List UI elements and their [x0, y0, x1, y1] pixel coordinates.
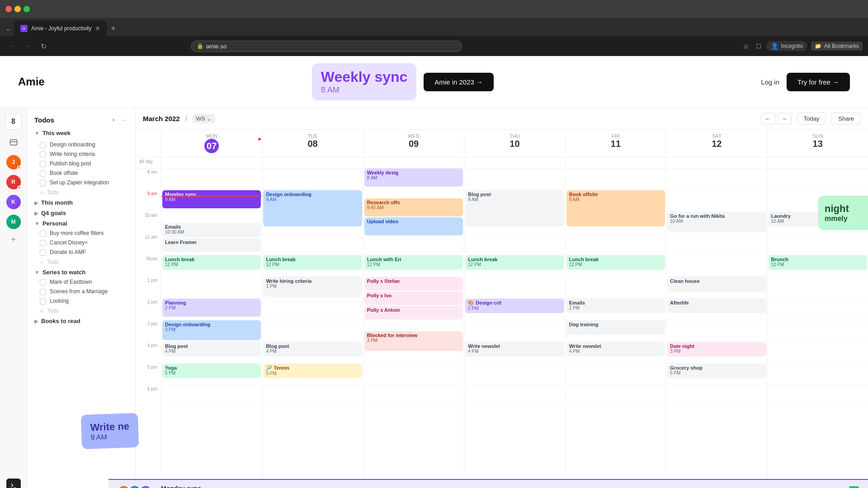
- event-wed-polly-stefan[interactable]: Polly x Stefan: [364, 277, 463, 291]
- event-sat-date-night[interactable]: Date night 3 PM: [667, 342, 766, 357]
- hour-line: [768, 299, 868, 320]
- event-tue-lunch[interactable]: Lunch break 12 PM: [263, 255, 362, 270]
- event-tue-write-hiring[interactable]: Write hiring criteria 1 PM: [263, 277, 362, 297]
- checkbox-publish-blog[interactable]: [40, 161, 46, 167]
- event-thu-lunch[interactable]: Lunch break 12 PM: [465, 255, 564, 270]
- checkbox-looking[interactable]: [40, 298, 46, 305]
- tab-scroll-btn[interactable]: ⌄: [5, 25, 14, 32]
- event-wed-upload-video[interactable]: Upload video: [364, 217, 463, 235]
- share-btn[interactable]: Share: [831, 113, 861, 125]
- section-header-books[interactable]: ▶ Books to read: [27, 316, 135, 326]
- event-fri-book-offsite[interactable]: Book offsite 9 AM: [566, 190, 665, 226]
- event-title: Grocery shop: [670, 365, 763, 371]
- event-sat-afterlife[interactable]: Afterlife: [667, 299, 766, 313]
- section-header-this-week[interactable]: ▼ This week: [27, 128, 135, 140]
- section-header-personal[interactable]: ▼ Personal: [27, 218, 135, 229]
- event-wed-research-offs[interactable]: Research offs 9:45 AM: [364, 198, 463, 216]
- back-btn[interactable]: ←: [5, 40, 18, 52]
- event-wed-polly-antoin[interactable]: Polly x Antoin: [364, 306, 463, 319]
- try-free-btn[interactable]: Try for free →: [787, 73, 850, 91]
- event-sat-run-nikita[interactable]: Go for a run with Nikita 10 AM: [667, 212, 766, 232]
- avatar-2[interactable]: R: [6, 175, 21, 189]
- event-mon-yoga[interactable]: Yoga 5 PM: [162, 364, 261, 378]
- event-mon-planning[interactable]: Planning 2 PM: [162, 299, 261, 317]
- extension-icon[interactable]: □: [755, 40, 763, 52]
- today-btn[interactable]: Today: [797, 113, 826, 125]
- event-mon-emails[interactable]: Emails 10:30 AM: [162, 223, 261, 237]
- close-window-btn[interactable]: [5, 6, 12, 12]
- checkbox-amf[interactable]: [40, 249, 46, 256]
- date-badge[interactable]: 8: [5, 113, 22, 130]
- maximize-window-btn[interactable]: [24, 6, 30, 12]
- tab-close-icon[interactable]: ✕: [95, 25, 100, 32]
- add-todo-personal[interactable]: + Todo: [27, 257, 135, 267]
- event-tue-design-onboarding[interactable]: Design onboarding 9 AM: [263, 190, 362, 226]
- incognito-btn[interactable]: 👤 Incognito: [766, 41, 808, 51]
- event-tue-blog-post[interactable]: Blog post 4 PM: [263, 342, 362, 357]
- event-sun-brunch[interactable]: Brunch 12 PM: [769, 255, 867, 270]
- minimize-window-btn[interactable]: [14, 6, 21, 12]
- checkbox-disney[interactable]: [40, 240, 46, 246]
- add-person-icon[interactable]: +: [11, 235, 16, 245]
- section-header-q4-goals[interactable]: ▶ Q4 goals: [27, 208, 135, 218]
- event-sat-grocery[interactable]: Grocery shop 5 PM: [667, 364, 766, 378]
- hour-line: [363, 385, 464, 407]
- event-mon-design-onboarding[interactable]: Design onboarding 3 PM: [162, 320, 261, 340]
- hour-line: [768, 277, 868, 299]
- inbox-icon[interactable]: [6, 135, 21, 150]
- event-mon-blog-post[interactable]: Blog post 4 PM: [162, 342, 261, 357]
- checkbox-coffee[interactable]: [40, 230, 46, 237]
- add-todo-header-btn[interactable]: +: [110, 115, 117, 124]
- event-sat-clean-house[interactable]: Clean house: [667, 277, 766, 291]
- todo-text-mare: Mare of Easttown: [50, 279, 92, 285]
- checkbox-zapier[interactable]: [40, 180, 46, 186]
- checkbox-write-hiring[interactable]: [40, 151, 46, 158]
- bookmark-icon[interactable]: ☆: [741, 40, 751, 52]
- event-wed-lunch-eri[interactable]: Lunch with Eri 12 PM: [364, 255, 463, 270]
- reload-btn[interactable]: ↻: [38, 40, 49, 52]
- avatar-1[interactable]: J: [6, 155, 21, 169]
- time-column: 8 am 9 am 10 am 11 am Noon 1 pm 2 pm 3 p…: [136, 169, 161, 488]
- avatar-4[interactable]: M: [6, 215, 21, 229]
- avatar-3[interactable]: K: [6, 195, 21, 209]
- prev-week-btn[interactable]: ←: [761, 113, 775, 125]
- event-thu-write-newslet[interactable]: Write newslet 4 PM: [465, 342, 564, 357]
- event-wed-weekly-desig[interactable]: Weekly desig 8 AM: [364, 169, 463, 187]
- event-wed-blocked-interview[interactable]: Blocked for interview 3 PM: [364, 331, 463, 351]
- event-fri-write-newslet[interactable]: Write newslet 4 PM: [566, 342, 665, 357]
- event-fri-dog-training[interactable]: Dog training: [566, 320, 665, 335]
- checkbox-mare[interactable]: [40, 279, 46, 286]
- event-fri-lunch[interactable]: Lunch break 12 PM: [566, 255, 665, 270]
- add-todo-this-week[interactable]: + Todo: [27, 188, 135, 197]
- event-thu-design-crit[interactable]: 🎨 Design crit 2 PM: [465, 299, 564, 313]
- terminal-icon[interactable]: [6, 479, 21, 488]
- checkbox-design-onboarding[interactable]: [40, 142, 46, 148]
- event-mon-monday-sync[interactable]: Monday sync 9 AM: [162, 190, 261, 208]
- hour-line: [363, 364, 464, 385]
- active-tab[interactable]: A Amie - Joyful productivity ✕: [14, 21, 107, 36]
- forward-btn[interactable]: →: [22, 40, 34, 52]
- address-bar[interactable]: 🔒 amie.so: [191, 41, 462, 52]
- event-mon-learn-framer[interactable]: Learn Framer: [162, 238, 261, 252]
- event-thu-blog-post[interactable]: Blog post 9 AM: [465, 190, 564, 226]
- checkbox-book-offsite[interactable]: [40, 170, 46, 177]
- add-todo-series[interactable]: + Todo: [27, 306, 135, 316]
- todo-more-btn[interactable]: ···: [119, 115, 128, 124]
- event-mon-lunch[interactable]: Lunch break 12 PM: [162, 255, 261, 270]
- section-header-series[interactable]: ▼ Series to watch: [27, 267, 135, 277]
- event-tue-tennis[interactable]: 🎾 Tennis 5 PM: [263, 364, 362, 378]
- day-column-sat: Go for a run with Nikita 10 AM Clean hou…: [666, 169, 767, 488]
- time-label-5pm: 5 pm: [136, 364, 161, 385]
- sync-bar-green-btn[interactable]: [849, 486, 859, 488]
- checkbox-scenes[interactable]: [40, 289, 46, 295]
- new-tab-button[interactable]: +: [107, 22, 119, 35]
- section-header-this-month[interactable]: ▶ This month: [27, 197, 135, 208]
- nav-center: Weekly sync 8 AM Amie in 2023 →: [45, 63, 761, 100]
- amie-2023-btn[interactable]: Amie in 2023 →: [424, 73, 494, 91]
- week-selector[interactable]: W9 ⌄: [193, 114, 216, 123]
- login-link[interactable]: Log in: [761, 78, 779, 86]
- event-wed-polly-ivo[interactable]: Polly x Ivo: [364, 291, 463, 305]
- all-bookmarks-btn[interactable]: 📁 All Bookmarks: [811, 42, 863, 51]
- event-fri-emails[interactable]: Emails 2 PM: [566, 299, 665, 313]
- next-week-btn[interactable]: →: [777, 113, 792, 125]
